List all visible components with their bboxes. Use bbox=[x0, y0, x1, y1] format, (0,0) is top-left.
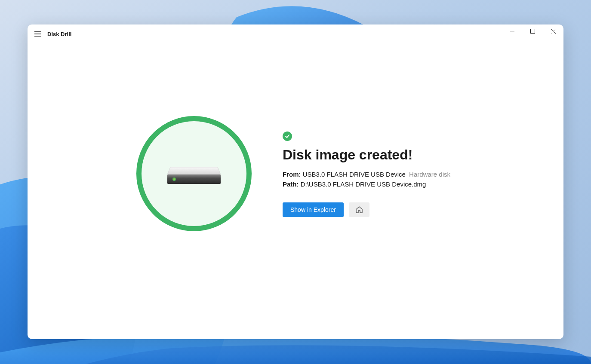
app-window: Disk Drill bbox=[28, 24, 563, 339]
minimize-button[interactable] bbox=[502, 24, 522, 37]
main-content: Disk image created! From: USB3.0 FLASH D… bbox=[28, 43, 563, 339]
drive-circle-icon bbox=[136, 116, 252, 231]
success-check-icon bbox=[283, 132, 292, 141]
from-label: From: bbox=[283, 171, 301, 178]
window-controls bbox=[502, 24, 563, 43]
from-type: Hardware disk bbox=[409, 171, 450, 178]
svg-rect-2 bbox=[530, 29, 535, 33]
titlebar: Disk Drill bbox=[28, 24, 563, 43]
menu-icon[interactable] bbox=[34, 30, 42, 38]
success-graphic bbox=[136, 116, 252, 232]
close-button[interactable] bbox=[543, 24, 563, 37]
maximize-button[interactable] bbox=[522, 24, 543, 37]
result-panel: Disk image created! From: USB3.0 FLASH D… bbox=[283, 132, 455, 217]
svg-point-7 bbox=[173, 178, 175, 180]
show-in-explorer-button[interactable]: Show in Explorer bbox=[283, 202, 344, 217]
from-row: From: USB3.0 FLASH DRIVE USB Device Hard… bbox=[283, 171, 450, 178]
path-row: Path: D:\USB3.0 FLASH DRIVE USB Device.d… bbox=[283, 180, 426, 188]
button-row: Show in Explorer bbox=[283, 202, 369, 217]
home-button[interactable] bbox=[349, 202, 369, 217]
from-device: USB3.0 FLASH DRIVE USB Device bbox=[303, 171, 406, 178]
home-icon bbox=[355, 205, 363, 214]
page-title: Disk image created! bbox=[283, 147, 412, 163]
path-value: D:\USB3.0 FLASH DRIVE USB Device.dmg bbox=[301, 180, 426, 188]
app-title: Disk Drill bbox=[47, 31, 71, 37]
path-label: Path: bbox=[283, 180, 299, 188]
titlebar-left: Disk Drill bbox=[34, 30, 71, 38]
